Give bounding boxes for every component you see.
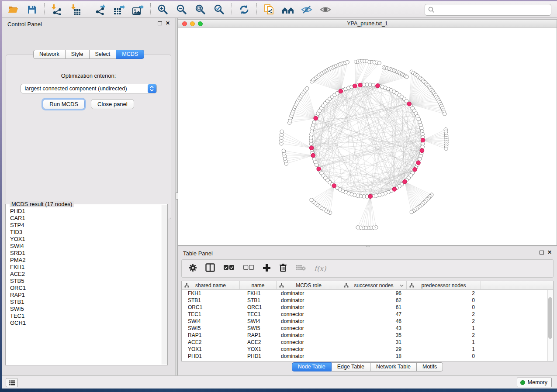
mcds-list-scrollbar[interactable] — [162, 205, 167, 364]
task-history-button[interactable] — [6, 378, 18, 387]
float-panel-icon[interactable] — [158, 21, 162, 25]
table-toolbar: f(x) — [181, 259, 554, 278]
apply-layout-button[interactable] — [238, 3, 251, 17]
mcds-result-item[interactable]: STB5 — [10, 278, 162, 285]
table-cell: 2 — [407, 332, 481, 339]
network-window-titlebar[interactable]: YPA_prune.txt_1 — [178, 19, 557, 28]
table-cell: STB1 — [240, 297, 277, 304]
export-network-button[interactable] — [94, 3, 107, 17]
deselect-all-button[interactable] — [243, 265, 254, 272]
zoom-out-button[interactable] — [175, 3, 188, 17]
table-options-button[interactable] — [189, 264, 197, 274]
table-row[interactable]: RAP1RAP1dominator352 — [182, 332, 553, 339]
table-cell: dominator — [277, 304, 341, 311]
mcds-result-item[interactable]: RAP1 — [10, 292, 162, 299]
zoom-in-icon — [157, 4, 169, 15]
mcds-result-item[interactable]: FKH1 — [10, 264, 162, 271]
column-header-shared-name[interactable]: shared name — [182, 281, 240, 290]
export-table-button[interactable] — [113, 3, 126, 17]
function-builder-button[interactable]: f(x) — [314, 265, 326, 273]
delete-table-button[interactable] — [295, 264, 306, 273]
select-all-button[interactable] — [223, 265, 235, 272]
tab-node-table[interactable]: Node Table — [292, 362, 332, 371]
table-row[interactable]: ACE2ACE2connector311 — [182, 339, 553, 346]
run-mcds-button[interactable]: Run MCDS — [43, 99, 85, 109]
mcds-result-item[interactable]: SRD1 — [10, 250, 162, 257]
table-row[interactable]: YOX1YOX1connector291 — [182, 346, 553, 353]
show-eye-icon — [319, 4, 332, 15]
column-header-successor-nodes[interactable]: successor nodes — [341, 281, 407, 290]
hide-selected-button[interactable] — [300, 3, 313, 17]
table-row[interactable]: STB1STB1dominator620 — [182, 297, 553, 304]
table-cell: SWI4 — [240, 318, 277, 325]
table-row[interactable]: SWI5SWI5connector431 — [182, 325, 553, 332]
mcds-result-title: MCDS result (17 nodes) — [10, 201, 74, 207]
table-cell: STB1 — [182, 297, 240, 304]
tab-motifs[interactable]: Motifs — [417, 362, 443, 371]
table-cell: 43 — [341, 325, 407, 332]
show-all-button[interactable] — [319, 3, 332, 17]
table-cell: connector — [277, 339, 341, 346]
control-panel-tabs: NetworkStyleSelectMCDS — [2, 50, 175, 59]
tab-network-table[interactable]: Network Table — [370, 362, 417, 371]
mcds-result-item[interactable]: TID3 — [10, 229, 162, 236]
export-image-button[interactable] — [131, 3, 145, 17]
tab-network[interactable]: Network — [33, 50, 66, 59]
table-cell: 47 — [341, 311, 407, 318]
table-cell: TEC1 — [240, 311, 277, 318]
tab-mcds[interactable]: MCDS — [116, 50, 144, 59]
add-row-button[interactable] — [263, 264, 271, 274]
tab-style[interactable]: Style — [66, 50, 90, 59]
fit-content-button[interactable] — [194, 3, 207, 17]
mcds-result-item[interactable]: PHD1 — [10, 208, 162, 215]
table-row[interactable]: TEC1TEC1connector472 — [182, 311, 553, 318]
column-header-name[interactable]: name — [240, 281, 277, 290]
mcds-result-item[interactable]: SWI4 — [10, 243, 162, 250]
tab-edge-table[interactable]: Edge Table — [332, 362, 370, 371]
mcds-result-item[interactable]: STP4 — [10, 222, 162, 229]
import-network-button[interactable] — [50, 3, 63, 17]
search-input[interactable] — [425, 4, 551, 16]
table-cell: YOX1 — [182, 346, 240, 353]
import-network-icon — [51, 4, 62, 15]
network-canvas[interactable] — [178, 28, 557, 246]
column-header-predecessor-nodes[interactable]: predecessor nodes — [407, 281, 481, 290]
zoom-in-button[interactable] — [156, 3, 170, 17]
mcds-result-item[interactable]: TEC1 — [10, 313, 162, 320]
first-neighbors-button[interactable] — [281, 3, 294, 17]
mcds-result-item[interactable]: SWI5 — [10, 306, 162, 313]
delete-row-button[interactable] — [279, 263, 287, 274]
mcds-result-item[interactable]: STB1 — [10, 299, 162, 306]
import-table-button[interactable] — [69, 3, 82, 17]
mcds-result-item[interactable]: CAR1 — [10, 215, 162, 222]
table-scrollbar-thumb[interactable] — [548, 297, 552, 339]
table-row[interactable]: SWI4SWI4dominator462 — [182, 318, 553, 325]
fit-selected-button[interactable] — [213, 3, 226, 17]
table-row[interactable]: FKH1FKH1dominator962 — [182, 290, 553, 297]
open-session-button[interactable] — [7, 3, 20, 17]
mcds-result-list[interactable]: PHD1CAR1STP4TID3YOX1SWI4SRD1PMA2FKH1ACE2… — [6, 208, 162, 364]
mcds-result-item[interactable]: GCR1 — [10, 320, 162, 327]
show-columns-button[interactable] — [205, 263, 215, 274]
tab-select[interactable]: Select — [90, 50, 117, 59]
float-panel-icon[interactable] — [540, 251, 544, 254]
clone-network-button[interactable] — [263, 3, 276, 17]
criterion-dropdown[interactable]: largest connected component (undirected) — [21, 84, 157, 93]
gear-icon — [189, 264, 197, 272]
mcds-result-item[interactable]: YOX1 — [10, 236, 162, 243]
table-row[interactable]: PHD1PHD1dominator180 — [182, 353, 553, 360]
save-session-button[interactable] — [25, 3, 38, 17]
close-panel-button[interactable]: Close panel — [91, 99, 134, 109]
mcds-result-item[interactable]: ACE2 — [10, 271, 162, 278]
memory-button[interactable]: Memory — [517, 378, 552, 387]
column-header-MCDS-role[interactable]: MCDS role — [277, 281, 341, 290]
close-panel-icon[interactable]: ✕ — [166, 20, 170, 26]
hide-eye-icon — [301, 4, 313, 15]
control-panel: Control Panel ✕ NetworkStyleSelectMCDS O… — [2, 18, 175, 375]
mcds-result-item[interactable]: ORC1 — [10, 285, 162, 292]
mcds-result-item[interactable]: PMA2 — [10, 257, 162, 264]
memory-label: Memory — [528, 379, 547, 385]
close-panel-icon[interactable]: ✕ — [547, 249, 552, 255]
table-row[interactable]: ORC1ORC1dominator610 — [182, 304, 553, 311]
table-scrollbar[interactable] — [547, 290, 553, 361]
